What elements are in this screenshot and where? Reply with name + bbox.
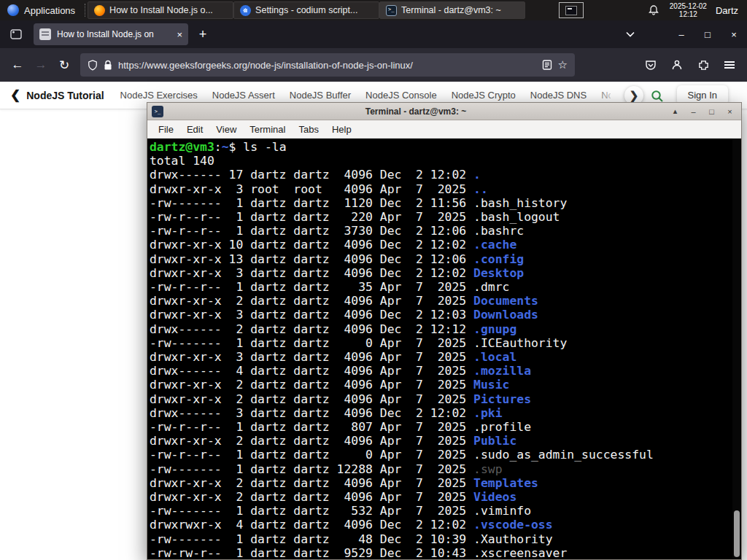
back-button[interactable]: ←: [6, 53, 29, 77]
terminal-line: drwxr-xr-x 13 dartz dartz 4096 Dec 2 12:…: [150, 252, 731, 266]
terminal-line: drwx------ 2 dartz dartz 4096 Dec 2 12:1…: [150, 322, 731, 336]
lock-icon[interactable]: [104, 60, 112, 71]
pocket-icon[interactable]: [639, 53, 662, 77]
terminal-minimize-button[interactable]: –: [686, 104, 700, 118]
terminal-line: -rw-rw-r-- 1 dartz dartz 9529 Dec 2 10:4…: [150, 546, 731, 559]
terminal-app-icon: >_: [152, 106, 163, 117]
firefox-icon: [94, 5, 105, 16]
terminal-line: -rw-r--r-- 1 dartz dartz 0 Apr 7 2025 .s…: [150, 448, 731, 462]
browser-tab[interactable]: How to Install Node.js on ×: [34, 23, 188, 45]
menu-item[interactable]: Help: [325, 124, 358, 135]
terminal-screen[interactable]: dartz@vm3:~$ ls -latotal 140drwx------ 1…: [147, 139, 741, 559]
nav-link[interactable]: NodeJS Assert: [212, 90, 275, 101]
terminal-line: drwxr-xr-x 2 dartz dartz 4096 Apr 7 2025…: [150, 294, 731, 308]
browser-minimize-button[interactable]: –: [668, 20, 694, 48]
sitenav-active-item[interactable]: ❮ NodeJS Tutorial: [10, 89, 104, 101]
terminal-maximize-button[interactable]: □: [705, 104, 719, 118]
menu-item[interactable]: View: [209, 124, 243, 135]
taskbar: How to Install Node.js o...Settings - co…: [88, 0, 525, 20]
terminal-scrollbar[interactable]: [732, 139, 741, 559]
menu-icon[interactable]: [718, 53, 741, 77]
menu-item[interactable]: Terminal: [243, 124, 292, 135]
terminal-line: -rw-r--r-- 1 dartz dartz 3730 Dec 2 12:0…: [150, 224, 731, 238]
terminal-window: >_ Terminal - dartz@vm3: ~ ▴ – □ × FileE…: [147, 102, 742, 560]
panel-clock[interactable]: 2025-12-02 12:12: [670, 2, 707, 18]
terminal-line: drwxr-xr-x 2 dartz dartz 4096 Apr 7 2025…: [150, 378, 731, 392]
sitenav-links: NodeJS ExercisesNodeJS AssertNodeJS Buff…: [120, 90, 611, 101]
terminal-shade-button[interactable]: ▴: [668, 104, 682, 118]
nav-link[interactable]: NodeJS Console: [365, 90, 437, 101]
terminal-line: -rw------- 1 dartz dartz 48 Dec 2 10:39 …: [150, 532, 731, 546]
firefox-view-icon[interactable]: [6, 24, 26, 44]
reader-view-icon[interactable]: [542, 60, 552, 70]
terminal-line: drwxr-xr-x 10 dartz dartz 4096 Dec 2 12:…: [150, 238, 731, 252]
menu-item[interactable]: File: [152, 124, 180, 135]
terminal-line: drwxr-xr-x 2 dartz dartz 4096 Apr 7 2025…: [150, 476, 731, 490]
terminal-line: drwxr-xr-x 3 root root 4096 Apr 7 2025 .…: [150, 182, 731, 196]
terminal-line: drwxr-xr-x 3 dartz dartz 4096 Dec 2 12:0…: [150, 308, 731, 322]
terminal-line: drwxr-xr-x 3 dartz dartz 4096 Apr 7 2025…: [150, 350, 731, 364]
terminal-line: -rw------- 1 dartz dartz 1120 Dec 2 11:5…: [150, 196, 731, 210]
nav-link[interactable]: NodeJS Buffer: [290, 90, 351, 101]
terminal-line: -rw-r--r-- 1 dartz dartz 220 Apr 7 2025 …: [150, 210, 731, 224]
tab-favicon: [39, 28, 51, 40]
mini-terminal-icon: [565, 6, 577, 15]
nav-link[interactable]: NodeJS DNS: [530, 90, 587, 101]
user-menu[interactable]: Dartz: [716, 5, 738, 16]
tab-close-icon[interactable]: ×: [177, 30, 182, 39]
terminal-line: drwxr-xr-x 2 dartz dartz 4096 Apr 7 2025…: [150, 490, 731, 504]
tray-terminal-icon[interactable]: [559, 2, 584, 18]
panel-separator: [85, 4, 85, 17]
terminal-line: drwx------ 3 dartz dartz 4096 Dec 2 12:0…: [150, 406, 731, 420]
browser-maximize-button[interactable]: □: [694, 20, 721, 48]
terminal-line: -rw-r--r-- 1 dartz dartz 35 Apr 7 2025 .…: [150, 280, 731, 294]
terminal-menubar: FileEditViewTerminalTabsHelp: [147, 120, 741, 139]
list-tabs-chevron-icon[interactable]: [622, 26, 639, 43]
terminal-line: -rw------- 1 dartz dartz 0 Apr 7 2025 .I…: [150, 336, 731, 350]
bookmark-star-icon[interactable]: ☆: [558, 58, 568, 71]
clock-time: 12:12: [670, 10, 707, 18]
terminal-line: drwx------ 4 dartz dartz 4096 Apr 7 2025…: [150, 364, 731, 378]
taskbar-item-label: Settings - codium script...: [255, 5, 357, 15]
terminal-line: total 140: [150, 154, 731, 168]
terminal-line: drwx------ 17 dartz dartz 4096 Dec 2 12:…: [150, 168, 731, 182]
terminal-line: drwxr-xr-x 3 dartz dartz 4096 Dec 2 12:0…: [150, 266, 731, 280]
applications-menu[interactable]: Applications: [0, 0, 82, 20]
url-bar[interactable]: https://www.geeksforgeeks.org/node-js/in…: [80, 53, 575, 77]
terminal-close-button[interactable]: ×: [723, 104, 737, 118]
navigation-toolbar: ← → ↻ https://www.geeksforgeeks.org/node…: [0, 48, 747, 82]
taskbar-item[interactable]: Terminal - dartz@vm3: ~: [379, 1, 525, 19]
nav-link[interactable]: NodeJS Exercises: [120, 90, 198, 101]
terminal-line: -rw-r--r-- 1 dartz dartz 807 Apr 7 2025 …: [150, 420, 731, 434]
notification-bell-icon[interactable]: [645, 4, 662, 16]
settings-icon: [240, 5, 251, 16]
chevron-left-icon: ❮: [10, 89, 20, 101]
taskbar-item-label: How to Install Node.js o...: [109, 5, 213, 15]
nav-link[interactable]: NodeJS Crypto: [452, 90, 516, 101]
terminal-titlebar[interactable]: >_ Terminal - dartz@vm3: ~ ▴ – □ ×: [147, 103, 741, 120]
account-icon[interactable]: [665, 53, 689, 77]
reload-button[interactable]: ↻: [53, 53, 76, 77]
forward-button[interactable]: →: [29, 53, 53, 77]
hamburger-bars: [724, 61, 735, 69]
browser-window-controls: – □ ×: [668, 20, 747, 48]
terminal-icon: [386, 5, 397, 16]
new-tab-button[interactable]: +: [193, 24, 213, 44]
terminal-title: Terminal - dartz@vm3: ~: [168, 106, 664, 117]
browser-close-button[interactable]: ×: [721, 20, 747, 48]
menu-item[interactable]: Tabs: [292, 124, 325, 135]
taskbar-item[interactable]: How to Install Node.js o...: [88, 1, 233, 19]
menu-item[interactable]: Edit: [180, 124, 209, 135]
desktop-panel: Applications How to Install Node.js o...…: [0, 0, 747, 20]
extensions-icon[interactable]: [692, 53, 715, 77]
taskbar-item[interactable]: Settings - codium script...: [233, 1, 379, 19]
terminal-line: drwxrwxr-x 4 dartz dartz 4096 Dec 2 12:0…: [150, 518, 731, 532]
tracking-shield-icon[interactable]: [88, 60, 98, 71]
terminal-line: -rw------- 1 dartz dartz 532 Apr 7 2025 …: [150, 504, 731, 518]
tab-bar: How to Install Node.js on × + – □ ×: [0, 20, 747, 48]
terminal-line: drwxr-xr-x 2 dartz dartz 4096 Apr 7 2025…: [150, 392, 731, 406]
terminal-line: -rw------- 1 dartz dartz 12288 Apr 7 202…: [150, 462, 731, 476]
applications-label: Applications: [24, 5, 75, 16]
terminal-scrollbar-thumb[interactable]: [734, 510, 740, 557]
tab-title: How to Install Node.js on: [57, 29, 171, 39]
